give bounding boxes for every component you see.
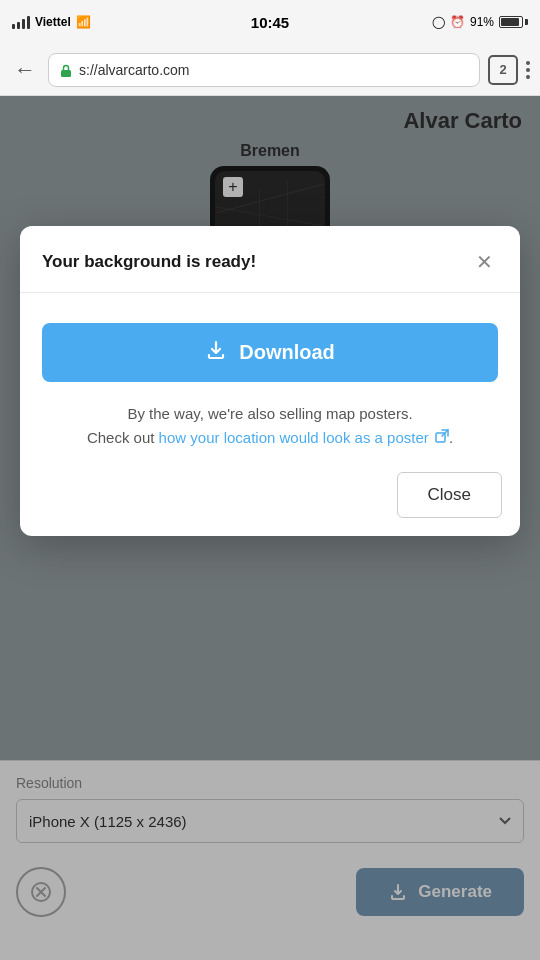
location-icon: ◯ xyxy=(432,15,445,29)
battery-fill xyxy=(501,18,519,26)
battery-indicator xyxy=(499,16,528,28)
poster-link-text: how your location would look as a poster xyxy=(159,429,429,446)
menu-dot xyxy=(526,68,530,72)
menu-button[interactable] xyxy=(526,61,530,79)
modal-overlay: Your background is ready! ✕ Download By … xyxy=(0,96,540,960)
menu-dot xyxy=(526,75,530,79)
status-right: ◯ ⏰ 91% xyxy=(432,15,528,29)
external-link-icon xyxy=(435,429,449,450)
battery-body xyxy=(499,16,523,28)
download-button[interactable]: Download xyxy=(42,323,498,382)
browser-chrome: ← s://alvarcarto.com 2 xyxy=(0,44,540,96)
signal-bars xyxy=(12,16,30,29)
wifi-icon: 📶 xyxy=(76,15,91,29)
modal-title: Your background is ready! xyxy=(42,252,256,272)
modal-header: Your background is ready! ✕ xyxy=(20,226,520,293)
url-bar[interactable]: s://alvarcarto.com xyxy=(48,53,480,87)
poster-link[interactable]: how your location would look as a poster xyxy=(159,429,433,446)
page-background: Alvar Carto Bremen + Your background is … xyxy=(0,96,540,960)
status-bar: Viettel 📶 10:45 ◯ ⏰ 91% xyxy=(0,0,540,44)
menu-dot xyxy=(526,61,530,65)
battery-tip xyxy=(525,19,528,25)
modal-body: Download By the way, we're also selling … xyxy=(20,293,520,472)
download-icon xyxy=(205,339,227,366)
modal-dialog: Your background is ready! ✕ Download By … xyxy=(20,226,520,536)
battery-percent: 91% xyxy=(470,15,494,29)
poster-info-text: By the way, we're also selling map poste… xyxy=(87,402,453,450)
svg-rect-0 xyxy=(61,70,71,77)
back-button[interactable]: ← xyxy=(10,53,40,87)
signal-bar-1 xyxy=(12,24,15,29)
signal-bar-3 xyxy=(22,19,25,29)
signal-bar-2 xyxy=(17,22,20,29)
alarm-icon: ⏰ xyxy=(450,15,465,29)
carrier-name: Viettel xyxy=(35,15,71,29)
lock-icon xyxy=(59,63,73,77)
close-x-button[interactable]: ✕ xyxy=(470,248,498,276)
status-time: 10:45 xyxy=(251,14,289,31)
modal-footer: Close xyxy=(20,472,520,536)
url-text: s://alvarcarto.com xyxy=(79,62,189,78)
close-footer-button[interactable]: Close xyxy=(397,472,502,518)
tab-count[interactable]: 2 xyxy=(488,55,518,85)
download-label: Download xyxy=(239,341,335,364)
signal-bar-4 xyxy=(27,16,30,29)
status-left: Viettel 📶 xyxy=(12,15,91,29)
poster-text-period: . xyxy=(449,429,453,446)
